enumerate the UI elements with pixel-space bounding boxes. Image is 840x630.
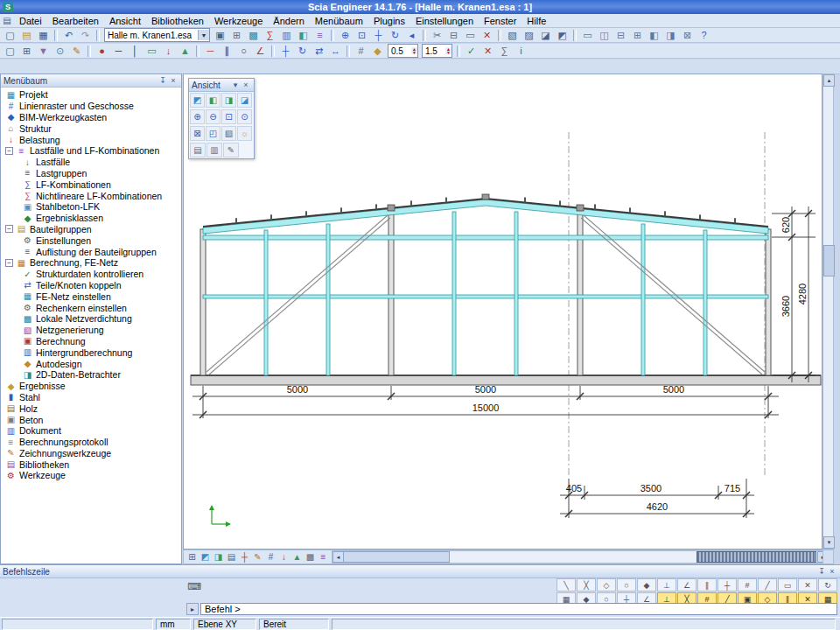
- window-tile-icon[interactable]: ◨: [662, 28, 679, 43]
- axis-icon[interactable]: ┼: [238, 551, 251, 564]
- parallel-icon[interactable]: ∥: [219, 44, 235, 59]
- snap-off-icon[interactable]: ✕: [798, 578, 817, 592]
- tree-item-bauteilgruppen[interactable]: −▤Bauteilgruppen: [1, 224, 181, 235]
- gallery-icon[interactable]: ◧: [295, 28, 312, 43]
- tree-item-projekt[interactable]: ▦Projekt: [1, 89, 181, 101]
- tree-item-berechnung-fe-netz[interactable]: −▦Berechnung, FE-Netz: [1, 257, 181, 269]
- chevron-down-icon[interactable]: ▼: [198, 30, 209, 40]
- layers-icon[interactable]: ≡: [312, 28, 328, 43]
- print-picture-icon[interactable]: ✎: [223, 143, 239, 158]
- menu-fenster[interactable]: Fenster: [479, 15, 522, 27]
- grid-icon[interactable]: #: [353, 44, 369, 59]
- project-icon[interactable]: ▣: [212, 28, 228, 43]
- help-icon[interactable]: ?: [696, 28, 712, 43]
- window-quad-icon[interactable]: ⊞: [629, 28, 646, 43]
- snap-point-icon[interactable]: ◆: [637, 578, 656, 592]
- stretch-icon[interactable]: ↔: [327, 44, 344, 59]
- document-icon[interactable]: ▥: [278, 28, 295, 43]
- tree-item-lastfälle-und-lf-kombinationen[interactable]: −≡Lastfälle und LF-Kombinationen: [1, 145, 181, 157]
- tree-item-ergebnisse[interactable]: ◆Ergebnisse: [1, 381, 181, 392]
- window-single-icon[interactable]: ▭: [579, 28, 596, 43]
- clipping-box-icon[interactable]: ▧: [221, 126, 236, 141]
- undo-icon[interactable]: ↶: [60, 28, 77, 43]
- tree-item-fe-netz-einstellen[interactable]: ▦FE-Netz einstellen: [1, 290, 181, 302]
- close-icon[interactable]: ×: [827, 567, 837, 576]
- snap-parallel-icon[interactable]: ∥: [697, 578, 717, 592]
- copy-icon[interactable]: ⊟: [445, 28, 462, 43]
- paste-icon[interactable]: ▭: [462, 28, 479, 43]
- cut-icon[interactable]: ✂: [429, 28, 445, 43]
- command-panel-header[interactable]: Befehlszeile ↧ ×: [0, 565, 840, 578]
- menu-ansicht[interactable]: Ansicht: [104, 15, 146, 27]
- chevron-down-icon[interactable]: ▾: [230, 80, 241, 89]
- tree-item-strukturdaten-kontrollieren[interactable]: ✓Strukturdaten kontrollieren: [1, 269, 181, 280]
- menu-menübaum[interactable]: Menübaum: [310, 15, 368, 27]
- model-combobox[interactable]: Halle m. Kranen1.esa▼: [104, 28, 210, 42]
- tree-item-zeichnungswerkzeuge[interactable]: ✎Zeichnungswerkzeuge: [1, 448, 181, 459]
- window-cascade-icon[interactable]: ◧: [646, 28, 662, 43]
- menu-hilfe[interactable]: Hilfe: [522, 15, 551, 27]
- menu-werkzeuge[interactable]: Werkzeuge: [209, 15, 268, 27]
- view-mode-icon[interactable]: ⊞: [186, 551, 199, 564]
- collapse-icon[interactable]: −: [5, 259, 13, 267]
- tree-item-berechnung[interactable]: ▣Berechnung: [1, 336, 181, 347]
- snap-icon[interactable]: ◆: [369, 44, 386, 59]
- menu-tree-panel-header[interactable]: Menübaum ↧ ×: [1, 74, 181, 88]
- menu-bearbeiten[interactable]: Bearbeiten: [47, 15, 104, 27]
- angle-icon[interactable]: ∠: [252, 44, 269, 59]
- move-icon[interactable]: ┼: [277, 44, 294, 59]
- view-side-icon[interactable]: ◨: [221, 93, 236, 108]
- tree-item-lf-kombinationen[interactable]: ∑LF-Kombinationen: [1, 178, 181, 190]
- accept-icon[interactable]: ✓: [463, 44, 480, 59]
- perspective-icon[interactable]: ◩: [554, 28, 570, 43]
- grid-toggle-icon[interactable]: ▩: [304, 551, 317, 564]
- tree-item-linienraster-und-geschosse[interactable]: #Linienraster und Geschosse: [1, 101, 181, 112]
- snap-refresh-icon[interactable]: ↻: [818, 578, 837, 592]
- filter-icon[interactable]: ▼: [35, 44, 52, 59]
- view-axon-icon[interactable]: ◩: [190, 93, 205, 108]
- view-top-icon[interactable]: ◪: [237, 93, 252, 108]
- tree-item-struktur[interactable]: ⌂Struktur: [1, 122, 181, 134]
- visibility-icon[interactable]: ⊙: [52, 44, 68, 59]
- tree-item-stahl[interactable]: ▮Stahl: [1, 392, 181, 403]
- label-toggle-icon[interactable]: ✎: [251, 551, 264, 564]
- title-bar[interactable]: S Scia Engineer 14.1.76 - [Halle m. Kran…: [0, 0, 840, 14]
- tree-item-teile-knoten-koppeln[interactable]: ⇄Teile/Knoten koppeln: [1, 280, 181, 291]
- tree-item-hintergrundberechnung[interactable]: ▥Hintergrundberechnung: [1, 346, 181, 358]
- tree-item-holz[interactable]: ▤Holz: [1, 402, 181, 414]
- snap-edge-icon[interactable]: ▭: [778, 578, 797, 592]
- zoom-out-icon[interactable]: ⊖: [206, 109, 220, 124]
- pin-icon[interactable]: ↧: [816, 567, 827, 576]
- rotate-icon[interactable]: ↻: [294, 44, 311, 59]
- collapse-icon[interactable]: −: [5, 147, 13, 155]
- command-input[interactable]: Befehl >: [200, 603, 837, 615]
- save-icon[interactable]: ▦: [35, 28, 52, 43]
- close-icon[interactable]: ×: [168, 76, 178, 85]
- load-display-icon[interactable]: ↓: [277, 551, 290, 564]
- window-close-icon[interactable]: ⊠: [679, 28, 696, 43]
- scroll-down-icon[interactable]: ▼: [823, 536, 835, 549]
- wireframe-icon[interactable]: ▧: [504, 28, 521, 43]
- snap-cross-icon[interactable]: ┼: [718, 578, 737, 592]
- tree-item-nichtlineare-lf-kombinationen[interactable]: ∑Nichtlineare LF-Kombinationen: [1, 190, 181, 201]
- view-front-icon[interactable]: ◧: [206, 93, 220, 108]
- select-add-icon[interactable]: ⊞: [18, 44, 35, 59]
- rotate-view-icon[interactable]: ↻: [387, 28, 403, 43]
- circle-icon[interactable]: ○: [235, 44, 252, 59]
- zoom-window-icon[interactable]: ⊡: [221, 109, 236, 124]
- window-split-horizontal-icon[interactable]: ◫: [596, 28, 612, 43]
- cancel-icon[interactable]: ✕: [480, 44, 496, 59]
- delete-icon[interactable]: ✕: [479, 28, 495, 43]
- horizontal-scrollbar[interactable]: ◄ ►: [332, 550, 830, 564]
- command-run-icon[interactable]: ▸: [186, 603, 199, 615]
- light-icon[interactable]: ☼: [237, 126, 252, 141]
- label-icon[interactable]: ✎: [68, 44, 85, 59]
- redo-icon[interactable]: ↷: [77, 28, 94, 43]
- render-icon[interactable]: ◨: [212, 551, 225, 564]
- tree-item-werkzeuge[interactable]: ⚙Werkzeuge: [1, 470, 181, 481]
- tree-item-auflistung-der-bauteilgruppen[interactable]: ≡Auflistung der Bauteilgruppen: [1, 246, 181, 257]
- node-icon[interactable]: ●: [94, 44, 110, 59]
- tree-item-2d-daten-betrachter[interactable]: ◨2D-Daten-Betrachter: [1, 369, 181, 381]
- zoom-window-icon[interactable]: ⊡: [354, 28, 370, 43]
- menu-einstellungen[interactable]: Einstellungen: [410, 15, 479, 27]
